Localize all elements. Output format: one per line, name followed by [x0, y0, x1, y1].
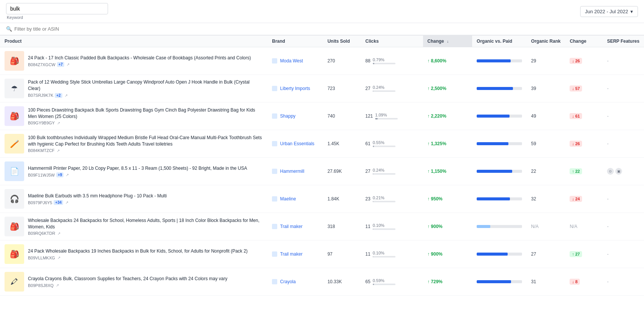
product-title: Crayola Crayons Bulk, Classroom Supplies… — [28, 276, 263, 282]
product-title: 100 Pieces Drawstring Backpack Bulk Spor… — [28, 107, 263, 120]
chevron-down-icon: ▾ — [630, 9, 633, 14]
change-badge: ↑ 27 — [570, 251, 582, 257]
external-link-icon[interactable]: ↗ — [57, 121, 60, 125]
asin-badge: +9 — [56, 172, 63, 177]
product-info: 24 Pack Wholesale Backpacks 19 Inches Ba… — [28, 248, 263, 260]
clicks-cell: 65 0.59% — [365, 278, 418, 285]
clicks-pct: 0.10% — [373, 223, 395, 228]
col-header-brand[interactable]: Brand — [267, 36, 323, 47]
clicks-cell: 61 0.55% — [365, 140, 418, 147]
brand-link[interactable]: Trail maker — [280, 224, 303, 229]
external-link-icon[interactable]: ↗ — [57, 256, 60, 260]
organic-rank-cell: N/A — [527, 213, 565, 240]
asin-badge: +2 — [55, 93, 62, 98]
keyword-input-wrap: Keyword — [6, 3, 108, 20]
clicks-value: 65 — [365, 279, 370, 284]
external-link-icon[interactable]: ↗ — [56, 283, 59, 287]
product-cell: 🪥 100 Bulk toothbrushes Individually Wra… — [5, 134, 263, 154]
product-image: 🎧 — [5, 189, 24, 209]
product-info: Crayola Crayons Bulk, Classroom Supplies… — [28, 276, 263, 288]
col-header-change-main[interactable]: Change ↓ — [423, 36, 473, 47]
product-asin: B09RQ6KTDR ↗ — [28, 231, 263, 236]
clicks-bar-group: 0.24% — [373, 85, 395, 92]
change-main-value: ↑ 8,600% — [428, 58, 446, 64]
table-row: 📄 Hammermill Printer Paper, 20 Lb Copy P… — [0, 158, 644, 185]
change-na: N/A — [570, 224, 577, 229]
units-sold-cell: 1.84K — [323, 185, 361, 213]
brand-link[interactable]: Maeline — [280, 196, 296, 202]
clicks-value: 11 — [365, 224, 370, 229]
organic-bar — [477, 197, 522, 200]
organic-rank-cell: 22 — [527, 158, 565, 185]
col-header-serp[interactable]: SERP Features — [602, 36, 644, 47]
sort-desc-icon: ↓ — [447, 39, 449, 43]
brand-link[interactable]: Urban Essentials — [280, 141, 315, 146]
brand-link[interactable]: Trail maker — [280, 251, 303, 257]
organic-bar — [477, 253, 522, 256]
col-header-change[interactable]: Change — [565, 36, 602, 47]
product-asin: B084Z7XGCW +7 ↗ — [28, 62, 263, 67]
product-cell: 🎒 24 Pack - 17 Inch Classic Padded Bulk … — [5, 51, 263, 71]
serp-features-cell: - — [602, 213, 644, 240]
product-cell: 🖍 Crayola Crayons Bulk, Classroom Suppli… — [5, 272, 263, 292]
change-main-value: ↑ 1,325% — [428, 141, 446, 146]
asin-badge: +7 — [57, 62, 64, 67]
col-header-product[interactable]: Product — [0, 36, 267, 47]
units-sold-cell: 318 — [323, 213, 361, 240]
date-range-button[interactable]: Jun 2022 - Jul 2022 ▾ — [580, 6, 638, 17]
serp-features-cell: - — [602, 185, 644, 213]
serp-features-cell: ⊙ ▣ — [602, 158, 644, 185]
clicks-value: 27 — [365, 86, 370, 91]
external-link-icon[interactable]: ↗ — [57, 231, 60, 236]
cube-icon — [272, 141, 277, 146]
brand-link[interactable]: Liberty Imports — [280, 86, 310, 91]
product-cell: 📄 Hammermill Printer Paper, 20 Lb Copy P… — [5, 161, 263, 181]
serp-features-cell: - — [602, 240, 644, 268]
clicks-pct: 0.59% — [373, 278, 395, 283]
product-title: 24 Pack - 17 Inch Classic Padded Bulk Ba… — [28, 55, 263, 61]
clicks-pct: 0.55% — [373, 140, 395, 145]
external-link-icon[interactable]: ↗ — [65, 200, 68, 205]
organic-bar-fill — [477, 225, 490, 228]
organic-rank-cell: 49 — [527, 102, 565, 130]
clicks-value: 11 — [365, 251, 370, 257]
cube-icon — [272, 224, 277, 229]
keyword-input[interactable] — [6, 3, 108, 14]
col-header-clicks[interactable]: Clicks — [361, 36, 423, 47]
change-badge: ↓ 57 — [570, 85, 582, 92]
brand-link[interactable]: Shappy — [280, 113, 296, 119]
organic-rank-cell: 39 — [527, 75, 565, 102]
organic-bar — [477, 115, 522, 118]
col-header-organic[interactable]: Organic vs. Paid — [472, 36, 527, 47]
product-asin: B09P8SJ8XQ ↗ — [28, 283, 263, 288]
cube-icon — [272, 113, 277, 119]
change-main-value: ↑ 2,220% — [428, 113, 446, 119]
external-link-icon[interactable]: ↗ — [66, 62, 69, 67]
col-header-rank[interactable]: Organic Rank — [527, 36, 565, 47]
clicks-cell: 11 0.10% — [365, 223, 418, 230]
organic-bar-fill — [477, 87, 513, 90]
brand-link[interactable]: Crayola — [280, 279, 296, 284]
rank-na: N/A — [531, 224, 539, 229]
clicks-pct: 1.09% — [375, 113, 398, 117]
product-cell: 🎒 Wholesale Backpacks 24 Backpacks for S… — [5, 217, 263, 236]
product-image: 📄 — [5, 161, 24, 181]
products-table: Product Brand Units Sold Clicks Change ↓… — [0, 35, 644, 296]
cube-icon — [272, 86, 277, 91]
filter-input[interactable] — [14, 26, 90, 32]
external-link-icon[interactable]: ↗ — [66, 173, 69, 177]
units-sold-cell: 1.45K — [323, 130, 361, 158]
units-sold-cell: 10.33K — [323, 268, 361, 296]
col-header-units[interactable]: Units Sold — [323, 36, 361, 47]
clicks-value: 27 — [365, 169, 370, 174]
cube-icon — [272, 58, 277, 64]
external-link-icon[interactable]: ↗ — [57, 149, 60, 153]
clicks-bar-bg — [373, 228, 395, 230]
organic-bar — [477, 59, 522, 62]
clicks-bar-group: 0.21% — [373, 195, 395, 202]
brand-link[interactable]: Hammermill — [280, 169, 304, 174]
brand-link[interactable]: Moda West — [280, 58, 303, 64]
product-asin: B0979PJ6Y5 +34 ↗ — [28, 200, 263, 205]
organic-bar — [477, 280, 522, 283]
external-link-icon[interactable]: ↗ — [65, 93, 68, 98]
